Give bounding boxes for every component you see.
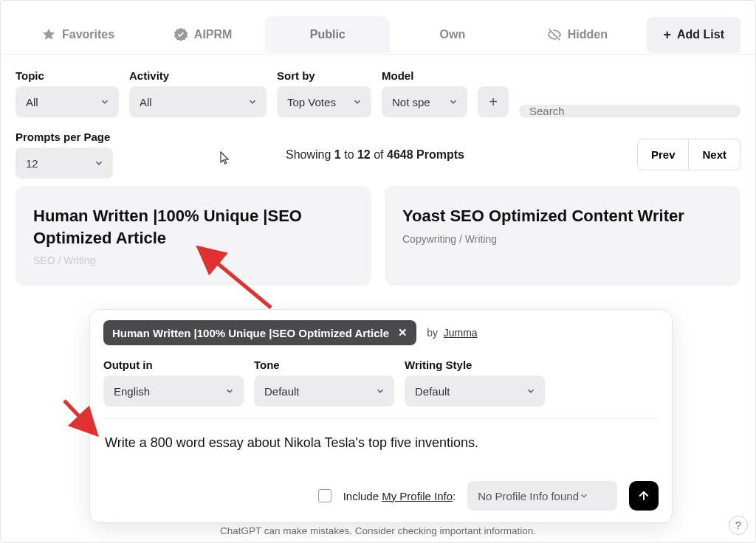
chevron-down-icon <box>448 97 458 107</box>
prompt-cards: Human Written |100% Unique |SEO Optimize… <box>1 186 755 286</box>
prompt-card[interactable]: Human Written |100% Unique |SEO Optimize… <box>16 186 371 286</box>
style-select[interactable]: Default <box>405 376 545 407</box>
model-select[interactable]: Not spe <box>382 86 467 117</box>
prompt-panel: Human Written |100% Unique |SEO Optimize… <box>89 309 673 523</box>
results-header: Prompts per Page 12 Showing 1 to 12 of 4… <box>1 117 755 186</box>
send-button[interactable] <box>629 481 659 511</box>
tab-favorites-label: Favorites <box>62 28 114 41</box>
style-value: Default <box>415 385 450 398</box>
chevron-down-icon <box>100 97 110 107</box>
pager: Prev Next <box>637 139 740 170</box>
verified-icon <box>173 27 188 42</box>
tab-hidden-label: Hidden <box>568 28 608 41</box>
star-icon <box>41 27 56 42</box>
activity-value: All <box>140 96 152 108</box>
selected-prompt-chip: Human Written |100% Unique |SEO Optimize… <box>103 320 416 345</box>
model-label: Model <box>382 69 467 82</box>
chevron-down-icon <box>247 97 258 107</box>
footer-disclaimer: ChatGPT can make mistakes. Consider chec… <box>1 525 755 536</box>
tab-public[interactable]: Public <box>265 16 390 53</box>
ppp-select[interactable]: 12 <box>16 148 113 179</box>
tab-bar: Favorites AIPRM Public Own Hidden + Add … <box>1 1 755 55</box>
tab-favorites[interactable]: Favorites <box>16 15 140 54</box>
style-label: Writing Style <box>405 359 545 371</box>
activity-select[interactable]: All <box>129 86 267 117</box>
next-button[interactable]: Next <box>689 139 740 170</box>
profile-info-value: No Profile Info found <box>478 490 579 502</box>
add-list-label: Add List <box>677 28 724 41</box>
tone-select[interactable]: Default <box>254 376 394 407</box>
chip-label: Human Written |100% Unique |SEO Optimize… <box>112 327 389 339</box>
help-button[interactable]: ? <box>729 516 748 535</box>
include-profile-checkbox[interactable] <box>318 489 331 502</box>
author-byline: by Jumma <box>427 327 477 339</box>
author-link[interactable]: Jumma <box>444 327 478 339</box>
card-title: Yoast SEO Optimized Content Writer <box>402 205 723 227</box>
topic-label: Topic <box>16 69 119 82</box>
profile-info-select[interactable]: No Profile Info found <box>467 481 617 511</box>
card-meta: Copywriting / Writing <box>402 233 723 245</box>
chevron-down-icon <box>375 386 385 396</box>
card-meta: SEO / Writing <box>33 255 354 266</box>
ppp-label: Prompts per Page <box>16 131 113 143</box>
output-select[interactable]: English <box>103 376 244 407</box>
close-icon[interactable]: ✕ <box>398 326 408 339</box>
chevron-down-icon <box>579 491 589 501</box>
sort-value: Top Votes <box>287 96 336 108</box>
tab-aiprm[interactable]: AIPRM <box>140 15 265 54</box>
tab-hidden[interactable]: Hidden <box>515 15 639 54</box>
ppp-value: 12 <box>26 157 38 170</box>
tab-own-label: Own <box>439 28 465 41</box>
topic-value: All <box>26 96 38 108</box>
tone-label: Tone <box>254 359 394 371</box>
sort-select[interactable]: Top Votes <box>277 86 371 117</box>
tab-public-label: Public <box>310 28 346 41</box>
output-value: English <box>114 385 150 398</box>
output-label: Output in <box>103 359 244 371</box>
search-input[interactable] <box>519 105 740 117</box>
model-value: Not spe <box>392 96 430 108</box>
tab-own[interactable]: Own <box>390 16 515 53</box>
filters-row: Topic All Activity All Sort by Top Votes… <box>1 55 755 117</box>
prev-button[interactable]: Prev <box>637 139 690 170</box>
results-count: Showing 1 to 12 of 4648 Prompts <box>128 148 622 162</box>
chevron-down-icon <box>352 97 362 107</box>
eye-off-icon <box>547 27 562 42</box>
include-profile-label: Include My Profile Info: <box>343 490 456 502</box>
prompt-card[interactable]: Yoast SEO Optimized Content Writer Copyw… <box>385 186 740 286</box>
add-list-button[interactable]: + Add List <box>647 17 740 53</box>
topic-select[interactable]: All <box>16 86 119 117</box>
tone-value: Default <box>264 385 300 398</box>
card-title: Human Written |100% Unique |SEO Optimize… <box>33 205 354 249</box>
activity-label: Activity <box>129 69 267 82</box>
chevron-down-icon <box>94 158 104 168</box>
prompt-input[interactable] <box>103 419 659 474</box>
tab-aiprm-label: AIPRM <box>194 28 233 41</box>
sort-label: Sort by <box>277 69 371 82</box>
chevron-down-icon <box>224 386 235 396</box>
arrow-up-icon <box>637 489 650 502</box>
chevron-down-icon <box>526 386 536 396</box>
add-filter-button[interactable]: + <box>478 86 509 117</box>
plus-icon: + <box>663 27 671 43</box>
